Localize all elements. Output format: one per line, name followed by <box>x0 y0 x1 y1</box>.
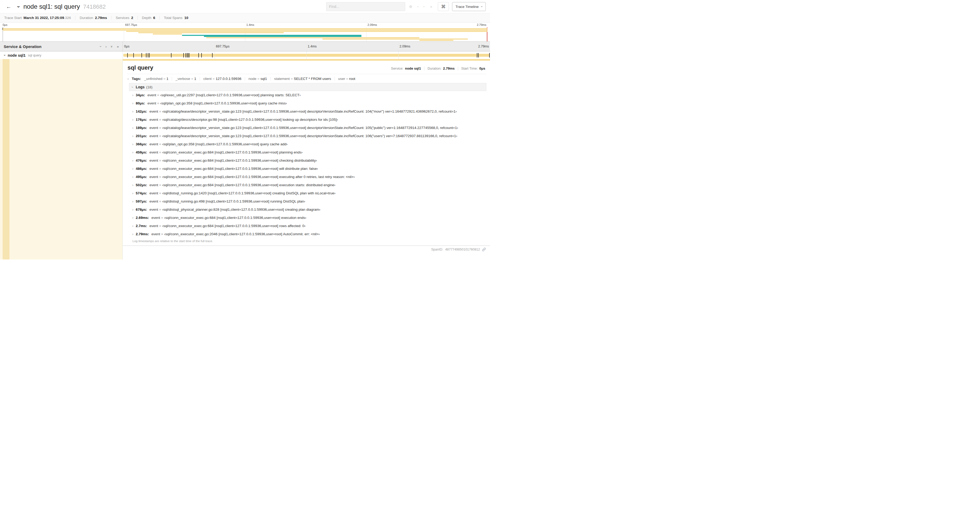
trace-view-select[interactable]: Trace Timeline › <box>452 2 486 11</box>
span-meta-item: Start Time:0μs <box>458 67 486 70</box>
log-field-value: ‹sql/conn_executor_exec.go:684 [nsql1,cl… <box>162 158 317 163</box>
log-field-key: event <box>150 109 158 113</box>
log-row[interactable]: ›176μs:event = ‹sql/catalog/descs/descri… <box>129 115 486 124</box>
log-field-value: ‹sql/distsql_physical_planner.go:828 [ns… <box>162 208 320 211</box>
find-input[interactable] <box>326 2 405 11</box>
expand-one-icon[interactable]: › <box>105 45 107 48</box>
minimap-span-bar <box>126 31 487 32</box>
minimap-canvas[interactable] <box>3 27 487 42</box>
log-field-value: ‹sql/distsql_running.go:1420 [nsql1,clie… <box>162 191 336 195</box>
log-row[interactable]: ›476μs:event = ‹sql/conn_executor_exec.g… <box>129 156 486 164</box>
tag-value: 127.0.0.1:59936 <box>216 77 242 81</box>
logs-list: ›34μs:event = ‹sql/exec_util.go:2297 [ns… <box>129 91 486 238</box>
log-equals: = <box>158 134 162 138</box>
log-row[interactable]: ›597μs:event = ‹sql/distsql_running.go:4… <box>129 197 486 206</box>
logs-header[interactable]: › Logs (18) <box>129 83 486 91</box>
log-row[interactable]: ›2.7ms:event = ‹sql/conn_executor_exec.g… <box>129 222 486 230</box>
span-detail-column: sql query Service:node sql1Duration:2.79… <box>123 59 490 260</box>
log-field-key: event <box>150 158 158 163</box>
log-marker <box>146 53 146 57</box>
log-field-value: ‹sql/distsql_running.go:498 [nsql1,clien… <box>162 200 305 203</box>
find-prev-icon[interactable]: › <box>414 3 421 10</box>
summary-value: March 31 2022, 17:25:09 <box>24 16 64 20</box>
log-row[interactable]: ›459μs:event = ‹sql/conn_executor_exec.g… <box>129 148 486 156</box>
gridline <box>306 42 307 51</box>
span-row[interactable]: › node sql1 sql query <box>0 51 490 59</box>
span-detail-header: sql query Service:node sql1Duration:2.79… <box>127 64 486 74</box>
summary-label: Services <box>116 16 129 20</box>
log-row[interactable]: ›366μs:event = ‹sql/plan_opt.go:358 [nsq… <box>129 140 486 148</box>
log-time: 201μs: <box>136 134 147 138</box>
log-field-value: ‹sql/plan_opt.go:358 [nsql1,client=127.0… <box>162 142 288 146</box>
log-row[interactable]: ›201μs:event = ‹sql/catalog/lease/descri… <box>129 132 486 140</box>
log-field-value: ‹sql/conn_executor_exec.go:684 [nsql1,cl… <box>162 150 303 154</box>
log-row[interactable]: ›574μs:event = ‹sql/distsql_running.go:1… <box>129 189 486 197</box>
find-filter-icon[interactable]: ⊕ <box>407 3 414 10</box>
collapse-trace-icon[interactable]: › <box>16 6 22 8</box>
log-marker <box>212 53 213 57</box>
indent-guide <box>3 59 10 260</box>
span-collapse-icon[interactable]: › <box>3 54 7 56</box>
log-row[interactable]: ›2.79ms:event = ‹sql/conn_executor_exec.… <box>129 230 486 238</box>
log-field-key: event <box>150 208 158 211</box>
minimap-tick-label: 1.4ms <box>246 23 254 26</box>
collapse-controls: › › » » <box>100 45 119 48</box>
minimap-tick-label: 697.75μs <box>125 23 137 26</box>
log-row[interactable]: ›2.69ms:event = ‹sql/conn_executor_exec.… <box>129 214 486 222</box>
log-time: 574μs: <box>136 191 147 195</box>
log-row[interactable]: ›502μs:event = ‹sql/conn_executor_exec.g… <box>129 181 486 189</box>
chevron-right-icon: › <box>132 200 133 203</box>
log-row[interactable]: ›189μs:event = ‹sql/catalog/lease/descri… <box>129 124 486 132</box>
find-next-icon[interactable]: › <box>421 3 428 10</box>
log-row[interactable]: ›495μs:event = ‹sql/conn_executor_exec.g… <box>129 173 486 181</box>
summary-item: Duration2.79ms <box>75 16 111 20</box>
log-row[interactable]: ›486μs:event = ‹sql/conn_executor_exec.g… <box>129 164 486 173</box>
collapse-all-icon[interactable]: » <box>110 45 114 47</box>
expand-all-icon[interactable]: » <box>117 45 119 48</box>
log-field-value: ‹sql/catalog/descs/descriptor.go:98 [nsq… <box>162 118 338 121</box>
link-icon[interactable] <box>482 248 486 251</box>
log-marker <box>478 53 479 57</box>
meta-value: 0μs <box>479 67 485 70</box>
keyboard-shortcuts-button[interactable]: ⌘ <box>438 2 449 11</box>
log-time: 495μs: <box>136 175 147 179</box>
collapse-one-icon[interactable]: › <box>99 46 103 47</box>
meta-label: Start Time: <box>461 67 478 70</box>
log-equals: = <box>158 208 162 211</box>
summary-label: Total Spans <box>164 16 183 20</box>
log-marker <box>188 53 188 57</box>
log-equals: = <box>160 216 164 220</box>
chevron-right-icon: › <box>132 134 133 138</box>
minimap-tick-labels: 0μs697.75μs1.4ms2.09ms2.79ms <box>3 23 487 27</box>
timeline-tick-label: 2.79ms <box>478 45 489 48</box>
log-row[interactable]: ›80μs:event = ‹sql/plan_opt.go:358 [nsql… <box>129 99 486 107</box>
log-text: event = ‹sql/conn_executor_exec.go:684 [… <box>150 175 355 179</box>
log-time: 189μs: <box>136 126 147 130</box>
tag-value: sql1 <box>261 77 267 81</box>
tag: statement = SELECT * FROM users <box>270 77 334 81</box>
span-id-label: SpanID: <box>431 248 443 251</box>
log-row[interactable]: ›678μs:event = ‹sql/distsql_physical_pla… <box>129 206 486 214</box>
trace-title: node sql1: sql query <box>24 3 80 10</box>
log-marker <box>201 53 202 57</box>
log-marker <box>142 53 142 57</box>
tag-key: user <box>338 77 345 81</box>
chevron-down-icon: › <box>480 6 484 7</box>
log-row[interactable]: ›142μs:event = ‹sql/catalog/lease/descri… <box>129 107 486 115</box>
tag-value: SELECT * FROM users <box>294 77 331 81</box>
log-time: 476μs: <box>136 158 147 163</box>
log-text: event = ‹sql/distsql_running.go:1420 [ns… <box>150 191 336 195</box>
top-bar: ← › node sql1: sql query 7418682 ⊕ › › ×… <box>0 0 490 13</box>
tags-row[interactable]: › Tags: _unfinished = 1_verbose = 1clien… <box>127 74 486 83</box>
find-clear-icon[interactable]: × <box>428 3 435 10</box>
log-time: 142μs: <box>136 109 147 113</box>
span-row-timeline[interactable] <box>123 51 490 59</box>
summary-value: 2 <box>131 16 133 20</box>
back-button[interactable]: ← <box>4 2 13 11</box>
chevron-right-icon: › <box>132 191 133 195</box>
minimap-span-bar <box>138 32 284 33</box>
log-row[interactable]: ›34μs:event = ‹sql/exec_util.go:2297 [ns… <box>129 91 486 99</box>
trace-page: ← › node sql1: sql query 7418682 ⊕ › › ×… <box>0 0 490 260</box>
chevron-right-icon: › <box>132 142 133 146</box>
log-marker <box>127 53 128 57</box>
